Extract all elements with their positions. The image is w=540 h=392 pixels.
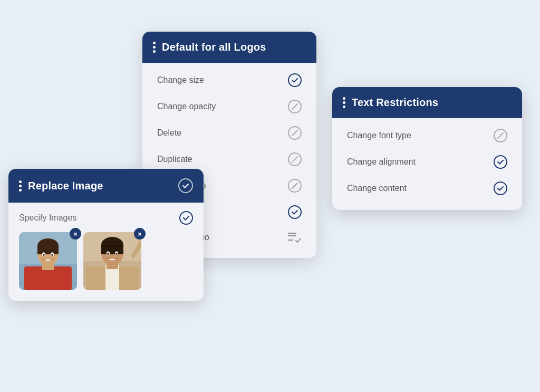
replace-card-header: Replace Image (8, 169, 204, 203)
block-icon-font-type (494, 129, 507, 142)
text-card-drag-handle-icon[interactable] (343, 97, 345, 108)
text-card-header: Text Restrictions (332, 87, 522, 118)
replace-card-body: Specify Images (8, 203, 204, 301)
block-icon-delete (288, 126, 302, 140)
drag-handle-icon[interactable] (153, 42, 156, 53)
svg-point-14 (43, 254, 45, 256)
menu-item-content[interactable]: Change content (332, 175, 522, 202)
block-icon-duplicate (288, 152, 302, 166)
menu-item-font-type[interactable]: Change font type (332, 122, 522, 149)
svg-point-26 (107, 253, 109, 255)
replace-card-drag-handle-icon[interactable] (19, 180, 22, 192)
svg-line-3 (292, 183, 297, 188)
replace-card-title: Replace Image (28, 180, 103, 192)
block-icon-rotate-flip (288, 179, 302, 193)
specify-images-row: Specify Images (19, 211, 193, 225)
svg-line-4 (498, 133, 503, 138)
menu-item-change-size[interactable]: Change size (142, 67, 316, 93)
remove-image-2-button[interactable]: × (134, 228, 146, 240)
images-row: × (19, 232, 193, 290)
svg-line-1 (292, 130, 297, 136)
check-icon-specify (179, 211, 193, 225)
svg-line-2 (292, 157, 297, 162)
svg-rect-11 (37, 246, 59, 254)
menu-item-change-opacity[interactable]: Change opacity (142, 93, 316, 120)
image-thumb-1: × (19, 232, 77, 290)
menu-item-alignment[interactable]: Change alignment (332, 149, 522, 175)
svg-point-27 (115, 253, 118, 255)
image-thumb-2: × (83, 232, 141, 290)
svg-line-0 (292, 104, 297, 109)
check-icon-change-size (288, 73, 302, 87)
replace-image-card: Replace Image Specify Images (8, 169, 204, 301)
specify-label: Specify Images (19, 213, 76, 223)
check-icon-alignment (494, 155, 507, 169)
text-restrictions-card: Text Restrictions Change font type Chang… (332, 87, 522, 210)
text-card-body: Change font type Change alignment Change… (332, 118, 522, 210)
image-thumb-2-inner (83, 232, 141, 290)
replace-card-check-icon (178, 178, 193, 193)
check-icon-content (494, 181, 507, 195)
logos-card-title: Default for all Logos (162, 41, 266, 53)
svg-point-15 (51, 254, 53, 256)
logos-card-header: Default for all Logos (142, 32, 316, 63)
text-card-title: Text Restrictions (352, 97, 438, 109)
list-check-icon-replace-logo (288, 232, 302, 243)
remove-image-1-button[interactable]: × (70, 228, 81, 240)
image-thumb-1-inner (19, 232, 77, 290)
check-icon-move (288, 205, 302, 219)
block-icon-change-opacity (288, 100, 302, 113)
menu-item-delete[interactable]: Delete (142, 120, 316, 146)
